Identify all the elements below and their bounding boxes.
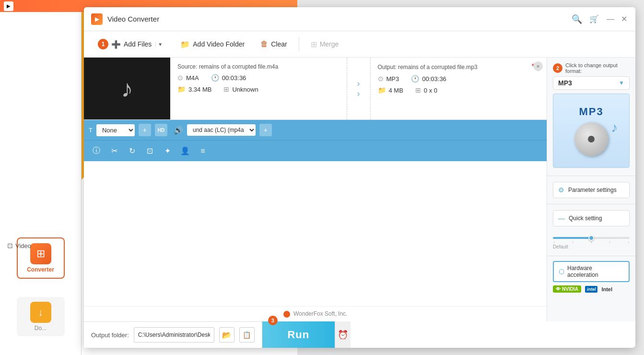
clear-button[interactable]: 🗑 Clear — [254, 37, 293, 51]
output-size-item: 📁 4 MB — [378, 86, 403, 94]
panel-divider-1 — [547, 176, 635, 176]
info-tool-button[interactable]: ⓘ — [89, 143, 104, 159]
output-folder-icon: 📁 — [378, 86, 386, 94]
speed-slider-thumb[interactable] — [588, 235, 594, 241]
output-format-item: ⊙ MP3 — [378, 75, 399, 83]
output-path-input[interactable] — [134, 327, 214, 343]
footer-text: WonderFox Soft, Inc. — [293, 310, 348, 317]
output-meta-row: ⊙ MP3 🕐 00:03:36 — [378, 75, 540, 83]
alarm-button[interactable]: ⏰ — [335, 321, 351, 348]
hd-button[interactable]: HD — [155, 124, 167, 136]
format-preview: MP3 ♪ — [553, 94, 630, 168]
merge-label: Merge — [320, 40, 339, 48]
search-icon[interactable]: 🔍 — [572, 14, 582, 24]
converter-label: Converter — [25, 266, 57, 273]
nvidia-intel-row: 👁 NVIDIA intel Intel — [547, 283, 635, 295]
nvidia-label: NVIDIA — [562, 286, 578, 292]
watermark-tool-button[interactable]: 👤 — [177, 143, 193, 159]
effect-tool-button[interactable]: ✦ — [160, 143, 175, 159]
format-header-row: 2 Click to change output format: — [547, 58, 635, 76]
slider-default-label: Default — [553, 244, 630, 249]
subtitle-tool-button[interactable]: ≡ — [195, 143, 211, 159]
sidebar-video-label: Video — [15, 242, 31, 249]
file-thumbnail: ♪ — [84, 58, 170, 119]
format-selector[interactable]: MP3 ▼ — [553, 76, 630, 90]
add-files-button[interactable]: 1 ➕ Add Files ▼ — [91, 36, 171, 52]
hardware-acceleration-row[interactable]: ⬡ Hardware acceleration — [553, 261, 630, 282]
output-size: 4 MB — [389, 87, 403, 94]
subtitle-select[interactable]: None — [96, 124, 135, 136]
bg-app-logo: ▶ — [4, 1, 13, 11]
slider-tick — [554, 241, 554, 243]
file-output-info: Output: remains of a corrupted file.mp3 … — [371, 58, 547, 119]
hw-accel-label: Hardware acceleration — [567, 265, 624, 278]
minimize-button[interactable]: — — [606, 15, 615, 24]
browse-folder-button[interactable]: 📂 — [219, 327, 234, 343]
file-close-button[interactable]: × — [533, 61, 543, 71]
format-dropdown-arrow: ▼ — [619, 80, 624, 86]
empty-content-area — [84, 161, 547, 306]
zip-icon: 📋 — [243, 331, 251, 339]
zip-button[interactable]: 📋 — [239, 327, 255, 343]
add-video-folder-label: Add Video Folder — [193, 40, 245, 48]
add-files-icon: ➕ — [111, 40, 121, 49]
add-files-label: Add Files — [124, 40, 152, 48]
subtitle-label-T: T — [89, 127, 93, 134]
merge-button[interactable]: ⊞ Merge — [304, 37, 346, 52]
add-audio-button[interactable]: + — [259, 124, 272, 136]
crop-tool-button[interactable]: ⊡ — [142, 143, 157, 159]
quick-setting-row[interactable]: — Quick setting — [553, 210, 630, 226]
parameter-settings-button[interactable]: ⚙ Parameter settings — [553, 182, 630, 198]
clear-icon: 🗑 — [260, 40, 268, 48]
mp3-disc — [574, 122, 608, 156]
slider-ticks — [553, 241, 630, 243]
main-window: ▶ Video Converter 🔍 🛒 — ✕ 1 ➕ Add Files … — [84, 7, 635, 348]
music-note-right: ♪ — [611, 120, 618, 135]
step1-badge: 1 — [98, 39, 108, 49]
source-size: 3.34 MB — [188, 86, 211, 93]
alarm-icon: ⏰ — [338, 330, 348, 340]
add-video-folder-button[interactable]: 📁 Add Video Folder — [174, 37, 251, 52]
sidebar-item-download[interactable]: ↓ Do... — [0, 287, 81, 341]
intel-label: Intel — [601, 286, 612, 292]
mp3-big-label: MP3 — [579, 106, 603, 118]
quick-setting-label: Quick setting — [569, 215, 602, 222]
app-title: Video Converter — [107, 15, 572, 23]
footer-logo — [283, 311, 290, 318]
bottom-row: Output folder: 📂 📋 3 Run ⏰ — [84, 321, 635, 348]
toolbar: 1 ➕ Add Files ▼ 📁 Add Video Folder 🗑 Cle… — [84, 31, 635, 58]
toolbar-divider — [299, 37, 299, 51]
output-label: Output: remains of a corrupted file.mp3 — [378, 64, 528, 71]
cut-tool-button[interactable]: ✂ — [106, 143, 122, 159]
audio-track-bar: T None + HD 🔊 und aac (LC) (mp4a + — [84, 120, 547, 140]
mp3-illustration: MP3 ♪ — [574, 106, 608, 156]
source-format-item: ⊙ M4A — [177, 74, 199, 82]
video-icon: ⊡ — [7, 242, 13, 249]
footer: WonderFox Soft, Inc. — [84, 306, 547, 321]
output-clock-icon: 🕐 — [411, 75, 419, 83]
add-folder-icon: 📁 — [180, 40, 190, 49]
add-files-dropdown-arrow[interactable]: ▼ — [155, 42, 164, 47]
slider-tick — [609, 241, 610, 243]
format-header-text: Click to change output format: — [565, 62, 630, 74]
cart-icon[interactable]: 🛒 — [589, 14, 599, 24]
speed-slider-track[interactable] — [553, 237, 630, 239]
output-format-icon: ⊙ — [378, 75, 384, 83]
format-icon: ⊙ — [177, 74, 183, 82]
source-label: Source: remains of a corrupted file.m4a — [177, 63, 340, 70]
app-logo: ▶ — [91, 13, 103, 25]
add-subtitle-button[interactable]: + — [139, 124, 151, 136]
output-resolution: 0 x 0 — [424, 87, 437, 94]
convert-arrow-icon2: › — [357, 89, 360, 99]
run-button[interactable]: Run — [262, 321, 335, 348]
main-content: ♪ Source: remains of a corrupted file.m4… — [84, 58, 547, 321]
file-source-info: Source: remains of a corrupted file.m4a … — [170, 58, 347, 119]
audio-track-select[interactable]: und aac (LC) (mp4a — [187, 124, 256, 136]
close-button[interactable]: ✕ — [620, 15, 628, 24]
convert-arrow-col: › › — [347, 58, 371, 119]
sidebar-video-section: ⊡ Video — [0, 239, 38, 252]
right-panel: 2 Click to change output format: MP3 ▼ M… — [547, 58, 635, 321]
audio-speaker-icon: 🔊 — [174, 126, 183, 135]
clear-label: Clear — [271, 40, 287, 48]
rotate-tool-button[interactable]: ↻ — [124, 143, 140, 159]
